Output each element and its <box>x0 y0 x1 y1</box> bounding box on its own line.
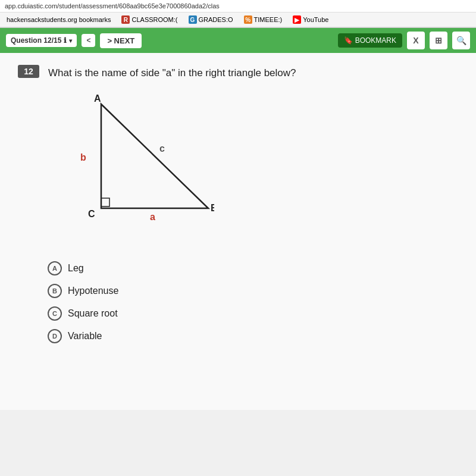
choice-a[interactable]: A Leg <box>48 261 458 275</box>
search-button[interactable]: 🔍 <box>452 32 470 49</box>
answer-choices: A Leg B Hypotenuse C Square root D Varia… <box>48 261 458 343</box>
prev-button[interactable]: < <box>82 34 95 47</box>
youtube-bookmark[interactable]: ▶ YouTube <box>290 14 331 25</box>
vertex-a-label: A <box>94 93 101 104</box>
triangle-diagram: A B C b c a <box>48 92 458 249</box>
bookmark-button[interactable]: 🔖 BOOKMARK <box>338 33 402 48</box>
question-counter-text: Question 12/15 <box>11 36 61 45</box>
choice-d[interactable]: D Variable <box>48 329 458 343</box>
choice-c[interactable]: C Square root <box>48 306 458 321</box>
choice-c-text: Square root <box>68 308 118 319</box>
choice-b-text: Hypotenuse <box>68 286 118 296</box>
side-c-label: c <box>159 143 165 154</box>
info-icon: ℹ <box>64 36 67 45</box>
grades-bookmark[interactable]: G GRADES:O <box>186 14 236 25</box>
bookmarks-org-link[interactable]: hackensackstudents.org bookmarks <box>4 15 114 24</box>
choice-c-letter: C <box>52 310 57 317</box>
choice-b-circle: B <box>48 284 62 298</box>
bookmarks-bar: hackensackstudents.org bookmarks R CLASS… <box>0 12 476 27</box>
youtube-label: YouTube <box>303 16 328 23</box>
grades-icon: G <box>189 15 197 24</box>
right-angle-marker <box>101 198 109 206</box>
browser-chrome: app.cduiastic.com/student/assessment/608… <box>0 0 476 28</box>
choice-c-circle: C <box>48 306 62 321</box>
url-bar[interactable]: app.cduiastic.com/student/assessment/608… <box>0 0 476 12</box>
timeee-label: TIMEEE:) <box>254 16 283 23</box>
timeee-icon: % <box>244 15 252 24</box>
youtube-icon: ▶ <box>293 15 301 24</box>
classroom-icon: R <box>121 15 130 24</box>
question-counter: Question 12/15 ℹ ▾ <box>6 34 77 47</box>
vertex-b-label: B <box>211 203 214 213</box>
search-icon: 🔍 <box>456 36 466 45</box>
question-text: What is the name of side "a" in the righ… <box>48 65 296 80</box>
choice-d-circle: D <box>48 329 62 343</box>
main-content: 12 What is the name of side "a" in the r… <box>0 53 476 410</box>
timeee-bookmark[interactable]: % TIMEEE:) <box>241 14 286 25</box>
vertex-c-label: C <box>88 209 95 219</box>
choice-a-text: Leg <box>68 263 84 274</box>
bookmark-label: BOOKMARK <box>355 36 396 45</box>
choice-b[interactable]: B Hypotenuse <box>48 284 458 298</box>
classroom-bookmark[interactable]: R CLASSROOM:( <box>118 14 180 25</box>
choice-a-letter: A <box>52 265 57 272</box>
grades-label: GRADES:O <box>199 16 233 23</box>
choice-d-text: Variable <box>68 331 102 342</box>
close-button[interactable]: X <box>407 32 425 49</box>
choice-a-circle: A <box>48 261 62 275</box>
triangle-shape <box>101 104 208 208</box>
choice-b-letter: B <box>52 287 57 295</box>
next-button[interactable]: > NEXT <box>100 33 142 48</box>
layout-icon: ⊞ <box>435 36 442 45</box>
side-a-label: a <box>150 212 155 222</box>
assessment-toolbar: Question 12/15 ℹ ▾ < > NEXT 🔖 BOOKMARK X… <box>0 28 476 53</box>
triangle-svg: A B C b c a <box>48 92 214 247</box>
question-header: 12 What is the name of side "a" in the r… <box>18 65 458 80</box>
side-b-label: b <box>80 152 86 162</box>
bookmark-org-label: hackensackstudents.org bookmarks <box>7 16 111 23</box>
choice-d-letter: D <box>52 333 57 340</box>
classroom-label: CLASSROOM:( <box>131 16 177 23</box>
bookmark-icon: 🔖 <box>344 36 353 45</box>
question-number-badge: 12 <box>18 65 39 78</box>
dropdown-icon[interactable]: ▾ <box>69 37 72 44</box>
layout-button[interactable]: ⊞ <box>430 32 447 49</box>
